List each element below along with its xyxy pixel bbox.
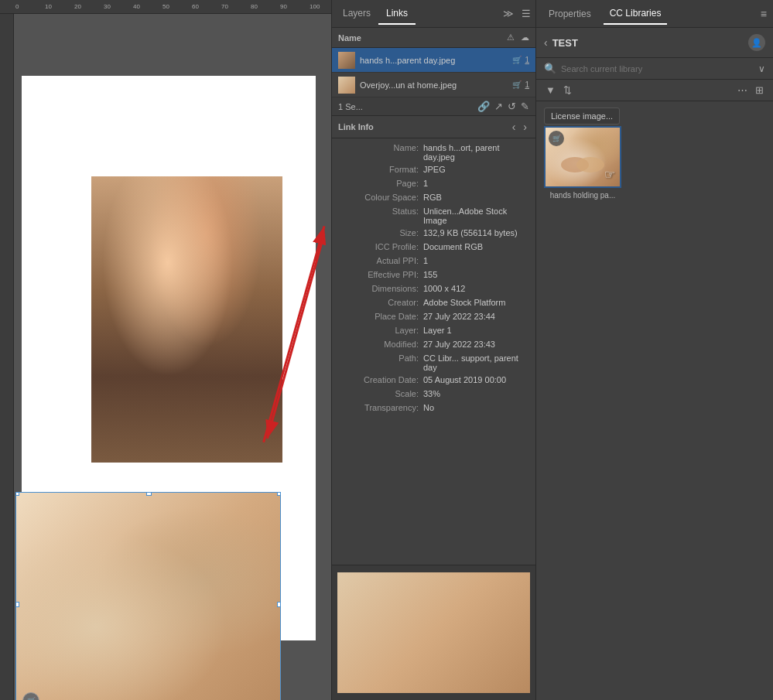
goto-link-icon[interactable]: ↗ bbox=[494, 101, 503, 112]
svg-point-4 bbox=[576, 157, 604, 172]
warning-icon: ⚠ bbox=[507, 32, 515, 43]
panel-tab-icons: ≫ ☰ bbox=[501, 6, 532, 21]
info-page-value: 1 bbox=[423, 179, 529, 190]
canvas-page: 🛒 bbox=[22, 76, 316, 640]
info-size-value: 132,9 KB (556114 bytes) bbox=[423, 228, 529, 239]
lib-stock-badge: 🛒 bbox=[549, 131, 564, 146]
library-item-hands[interactable]: 🛒 ☞ hands holding pa... bbox=[544, 126, 621, 200]
lib-toolbar: ▼ ⇅ ⋯ ⊞ bbox=[536, 80, 773, 101]
lib-view-buttons: ⋯ ⊞ bbox=[736, 83, 765, 97]
tab-properties[interactable]: Properties bbox=[542, 4, 597, 24]
canvas-area: 0 10 20 30 40 50 60 70 80 90 100 110 bbox=[0, 0, 331, 700]
handle-top-right[interactable] bbox=[277, 492, 281, 496]
library-item-label: hands holding pa... bbox=[544, 191, 621, 200]
library-header: ‹ TEST 👤 bbox=[536, 28, 773, 58]
user-avatar-icon: 👤 bbox=[748, 34, 765, 51]
list-view-icon[interactable]: ⋯ bbox=[736, 83, 749, 97]
info-page-label: Page: bbox=[338, 179, 423, 190]
library-name: TEST bbox=[552, 37, 748, 49]
panel-tabs: Layers Links ≫ ☰ bbox=[332, 0, 535, 28]
handle-top-middle[interactable] bbox=[146, 492, 152, 496]
cc-panel: Properties CC Libraries ≡ ‹ TEST 👤 🔍 ∨ ▼… bbox=[536, 0, 773, 700]
info-dimensions-value: 1000 x 412 bbox=[423, 284, 529, 295]
info-format-label: Format: bbox=[338, 165, 423, 176]
ruler-left bbox=[0, 14, 14, 700]
info-actual-ppi-label: Actual PPI: bbox=[338, 256, 423, 267]
info-creation-date-row: Creation Date: 05 August 2019 00:00 bbox=[332, 374, 535, 388]
search-chevron-icon[interactable]: ∨ bbox=[758, 63, 765, 74]
link-badge-1: 🛒 bbox=[512, 56, 522, 64]
link-info-body: Name: hands h...ort, parent day.jpeg For… bbox=[332, 138, 535, 565]
cloud-icon: ☁ bbox=[521, 32, 529, 43]
info-creation-date-label: Creation Date: bbox=[338, 375, 423, 386]
filter-icon[interactable]: ▼ bbox=[544, 83, 557, 97]
info-modified-value: 27 July 2022 23:43 bbox=[423, 340, 529, 350]
link-name-1: hands h...parent day.jpeg bbox=[360, 56, 512, 65]
info-effective-ppi-label: Effective PPI: bbox=[338, 270, 423, 281]
tab-cc-libraries[interactable]: CC Libraries bbox=[604, 3, 668, 25]
next-link-btn[interactable]: › bbox=[521, 121, 529, 133]
link-info-header: Link Info ‹ › bbox=[332, 116, 535, 138]
info-path-value: CC Libr... support, parent day bbox=[423, 353, 529, 372]
info-modified-row: Modified: 27 July 2022 23:43 bbox=[332, 338, 535, 352]
link-thumb-1 bbox=[338, 52, 355, 69]
info-colour-row: Colour Space: RGB bbox=[332, 191, 535, 205]
ruler-numbers: 0 10 20 30 40 50 60 70 80 90 100 110 bbox=[0, 3, 331, 10]
handle-right-middle[interactable] bbox=[277, 602, 281, 607]
prev-link-btn[interactable]: ‹ bbox=[510, 121, 518, 133]
info-actual-ppi-value: 1 bbox=[423, 256, 529, 267]
info-format-row: Format: JPEG bbox=[332, 163, 535, 177]
cc-panel-header: Properties CC Libraries ≡ bbox=[536, 0, 773, 28]
link-row-2[interactable]: Overjoy...un at home.jpeg 🛒 1 bbox=[332, 73, 535, 97]
grid-view-icon[interactable]: ⊞ bbox=[754, 83, 765, 97]
info-dimensions-row: Dimensions: 1000 x 412 bbox=[332, 282, 535, 296]
edit-icon[interactable]: ✎ bbox=[521, 101, 529, 112]
info-scale-value: 33% bbox=[423, 389, 529, 400]
library-back-btn[interactable]: ‹ bbox=[544, 36, 548, 49]
link-num-1: 1 bbox=[525, 56, 529, 64]
panel-tab-more-icon[interactable]: ≫ bbox=[501, 6, 515, 21]
sort-icon[interactable]: ⇅ bbox=[562, 83, 573, 97]
info-status-value: Unlicen...Adobe Stock Image bbox=[423, 207, 529, 225]
selection-bar: 1 Se... 🔗 ↗ ↺ ✎ bbox=[332, 97, 535, 116]
info-path-label: Path: bbox=[338, 353, 423, 372]
library-thumb-container: 🛒 ☞ bbox=[544, 126, 621, 188]
lib-content: License image... 🛒 ☞ hands holding pa... bbox=[536, 101, 773, 700]
tab-layers[interactable]: Layers bbox=[335, 3, 378, 25]
info-path-row: Path: CC Libr... support, parent day bbox=[332, 352, 535, 374]
link-info-title: Link Info bbox=[338, 122, 510, 131]
image-family[interactable] bbox=[91, 176, 282, 463]
image-family-inner bbox=[91, 176, 282, 463]
info-transparency-row: Transparency: No bbox=[332, 401, 535, 415]
info-dimensions-label: Dimensions: bbox=[338, 284, 423, 295]
links-preview bbox=[332, 565, 535, 700]
panel-menu-icon[interactable]: ≡ bbox=[761, 8, 767, 20]
selection-label: 1 Se... bbox=[338, 102, 363, 111]
cursor-icon: ☞ bbox=[604, 167, 615, 182]
ruler-top: 0 10 20 30 40 50 60 70 80 90 100 110 bbox=[0, 0, 331, 14]
info-creator-label: Creator: bbox=[338, 298, 423, 309]
info-place-date-row: Place Date: 27 July 2022 23:44 bbox=[332, 310, 535, 324]
image-hands[interactable]: 🛒 bbox=[15, 492, 281, 700]
info-effective-ppi-value: 155 bbox=[423, 270, 529, 281]
link-name-2: Overjoy...un at home.jpeg bbox=[360, 80, 512, 90]
link-row-1[interactable]: hands h...parent day.jpeg 🛒 1 bbox=[332, 48, 535, 73]
update-icon[interactable]: ↺ bbox=[508, 101, 516, 112]
info-colour-value: RGB bbox=[423, 193, 529, 203]
info-format-value: JPEG bbox=[423, 165, 529, 176]
info-icc-value: Document RGB bbox=[423, 242, 529, 253]
link-thumb-2 bbox=[338, 77, 355, 94]
relink-icon[interactable]: 🔗 bbox=[477, 101, 490, 112]
info-size-label: Size: bbox=[338, 228, 423, 239]
column-icons: ⚠ ☁ bbox=[507, 32, 529, 43]
links-panel: Layers Links ≫ ☰ Name ⚠ ☁ hands h...pare… bbox=[331, 0, 536, 700]
info-icc-row: ICC Profile: Document RGB bbox=[332, 241, 535, 254]
handle-top-left[interactable] bbox=[15, 492, 19, 496]
handle-left-middle[interactable] bbox=[15, 602, 19, 607]
license-tooltip[interactable]: License image... bbox=[544, 108, 620, 125]
image-hands-inner bbox=[16, 493, 280, 700]
panel-tab-menu-icon[interactable]: ☰ bbox=[520, 6, 532, 21]
tab-links[interactable]: Links bbox=[378, 3, 416, 25]
search-input[interactable] bbox=[561, 64, 754, 73]
info-creator-row: Creator: Adobe Stock Platform bbox=[332, 296, 535, 310]
